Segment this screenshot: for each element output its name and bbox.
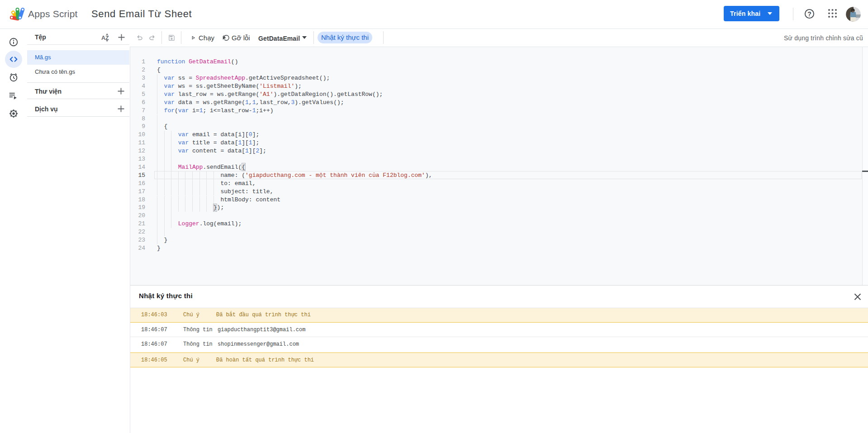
svg-text:?: ?: [807, 10, 811, 18]
svg-text:AZ: AZ: [101, 35, 109, 41]
